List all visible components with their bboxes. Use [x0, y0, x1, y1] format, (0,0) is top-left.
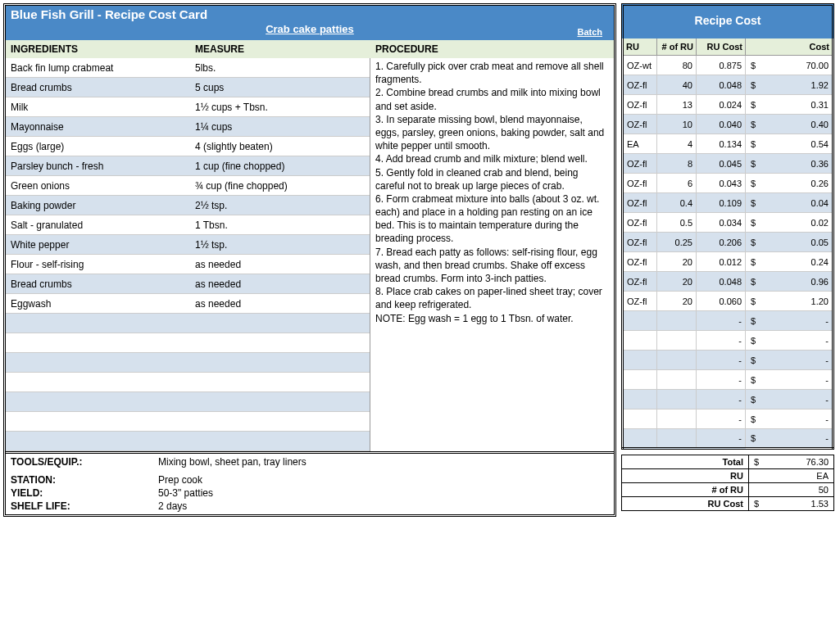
ingredient-name: Bread crumbs [11, 82, 195, 93]
ingredient-row [6, 412, 370, 432]
ingredient-name: Mayonnaise [11, 121, 195, 133]
cost-numru: 80 [657, 56, 697, 75]
cost-numru: 40 [657, 75, 697, 95]
ingredient-name: Back fin lump crabmeat [11, 62, 195, 74]
ingredient-name: Flour - self-rising [11, 259, 195, 270]
cost-row: OZ-fl200.060$1.20 [623, 292, 833, 311]
ingredient-row: Bread crumbs5 cups [6, 78, 370, 97]
cost-value: $1.20 [746, 292, 833, 311]
cost-ru: OZ-fl [623, 174, 657, 193]
cost-row: OZ-fl0.40.109$0.04 [623, 193, 833, 213]
recipe-cost-title: Recipe Cost [621, 3, 834, 38]
cost-row: -$- [623, 311, 833, 331]
cost-numru [657, 311, 697, 331]
cost-numru: 0.4 [657, 193, 697, 213]
cost-value: $- [746, 409, 833, 429]
cost-rucost: 0.034 [697, 213, 746, 233]
cost-value: $0.04 [746, 193, 833, 213]
cost-row: OZ-fl80.045$0.36 [623, 154, 833, 174]
cost-row: -$- [623, 351, 833, 370]
ingredient-row: Flour - self-risingas needed [6, 255, 370, 274]
cost-panel: Recipe Cost RU # of RU RU Cost Cost OZ-w… [621, 3, 834, 517]
column-headers: INGREDIENTS MEASURE PROCEDURE [6, 40, 614, 58]
ingredient-row [6, 432, 370, 451]
cost-numru: 6 [657, 174, 697, 193]
ingredient-row: Green onions¾ cup (fine chopped) [6, 176, 370, 196]
cost-value: $0.54 [746, 134, 833, 154]
ingredient-name: White pepper [11, 239, 195, 251]
tools-label: TOOLS/EQUIP.: [11, 456, 158, 468]
total-rucost-value: $1.53 [749, 497, 834, 511]
ingredient-measure: 5lbs. [195, 62, 365, 74]
rc-hdr-numru: # of RU [657, 38, 697, 56]
cost-ru [623, 429, 657, 449]
ingredient-row [6, 333, 370, 353]
ingredient-name: Eggwash [11, 298, 195, 310]
cost-rucost: 0.043 [697, 174, 746, 193]
ingredient-name: Bread crumbs [11, 278, 195, 290]
cost-row: OZ-fl0.50.034$0.02 [623, 213, 833, 233]
procedure-step: 6. Form crabmeat mixture into balls (abo… [375, 192, 609, 246]
cost-numru: 8 [657, 154, 697, 174]
cost-rucost: - [697, 351, 746, 370]
cost-value: $0.96 [746, 272, 833, 292]
ingredient-row: Baking powder2½ tsp. [6, 196, 370, 215]
ingredient-measure: 5 cups [195, 82, 365, 93]
cost-rucost: - [697, 409, 746, 429]
ingredient-row [6, 314, 370, 333]
content-row: Back fin lump crabmeat5lbs.Bread crumbs5… [6, 58, 614, 451]
ingredient-name: Baking powder [11, 200, 195, 211]
ingredient-measure: 1½ tsp. [195, 239, 365, 251]
cost-ru [623, 311, 657, 331]
cost-ru: OZ-fl [623, 213, 657, 233]
ingredient-name: Green onions [11, 180, 195, 192]
rc-hdr-rucost: RU Cost [697, 38, 746, 56]
cost-value: $0.40 [746, 115, 833, 134]
cost-numru: 20 [657, 272, 697, 292]
cost-value: $0.05 [746, 233, 833, 252]
cost-ru: OZ-fl [623, 193, 657, 213]
footer-section: TOOLS/EQUIP.: Mixing bowl, sheet pan, tr… [6, 451, 614, 514]
cost-rucost: 0.045 [697, 154, 746, 174]
title-bar: Blue Fish Grill - Recipe Cost Card Crab … [6, 6, 614, 40]
cost-row: -$- [623, 370, 833, 390]
ingredient-measure: 2½ tsp. [195, 200, 365, 211]
ingredient-row: Back fin lump crabmeat5lbs. [6, 58, 370, 78]
cost-numru: 13 [657, 95, 697, 115]
total-ru-label: RU [622, 469, 749, 483]
cost-value: $- [746, 390, 833, 409]
total-label: Total [622, 455, 749, 469]
cost-value: $- [746, 370, 833, 390]
cost-numru [657, 331, 697, 351]
rc-hdr-ru: RU [623, 38, 657, 56]
cost-row: -$- [623, 331, 833, 351]
cost-numru: 20 [657, 252, 697, 272]
ingredient-measure: as needed [195, 298, 365, 310]
cost-ru: OZ-fl [623, 115, 657, 134]
ingredient-row: Salt - granulated1 Tbsn. [6, 215, 370, 235]
procedure-column: 1. Carefully pick over crab meat and rem… [370, 58, 614, 451]
cost-ru: OZ-fl [623, 272, 657, 292]
cost-numru: 4 [657, 134, 697, 154]
total-value: $76.30 [749, 455, 834, 469]
cost-rucost: - [697, 370, 746, 390]
cost-row: -$- [623, 409, 833, 429]
cost-ru [623, 390, 657, 409]
cost-row: OZ-fl200.012$0.24 [623, 252, 833, 272]
cost-numru: 0.25 [657, 233, 697, 252]
card-title: Blue Fish Grill - Recipe Cost Card [11, 7, 609, 21]
cost-ru: OZ-fl [623, 154, 657, 174]
ingredient-name: Parsley bunch - fresh [11, 161, 195, 172]
cost-rucost: 0.875 [697, 56, 746, 75]
cost-row: -$- [623, 390, 833, 409]
totals-table: Total $76.30 RU EA # of RU 50 RU Cost $1… [621, 455, 834, 511]
ingredient-row: Milk1½ cups + Tbsn. [6, 97, 370, 117]
cost-value: $0.31 [746, 95, 833, 115]
cost-row: OZ-wt800.875$70.00 [623, 56, 833, 75]
cost-value: $0.02 [746, 213, 833, 233]
ingredient-row: Bread crumbsas needed [6, 274, 370, 294]
cost-row: OZ-fl100.040$0.40 [623, 115, 833, 134]
procedure-step: 8. Place crab cakes on paper-lined sheet… [375, 285, 609, 311]
cost-ru: OZ-wt [623, 56, 657, 75]
cost-numru [657, 409, 697, 429]
